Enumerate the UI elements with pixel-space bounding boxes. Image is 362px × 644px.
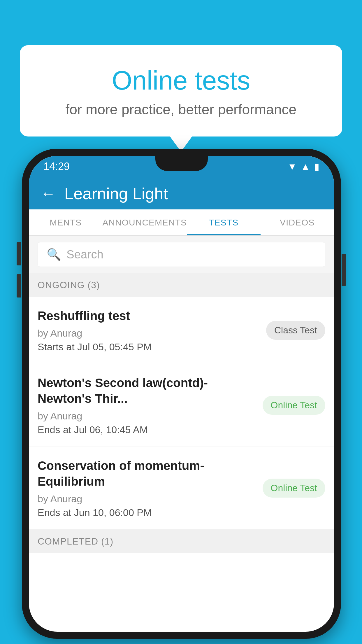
tab-tests[interactable]: TESTS	[187, 209, 260, 235]
test-list: Reshuffling test by Anurag Starts at Jul…	[29, 297, 334, 530]
promo-subtitle: for more practice, better performance	[43, 102, 319, 118]
tab-announcements[interactable]: ANNOUNCEMENTS	[102, 209, 187, 235]
test-badge-3: Online Test	[263, 479, 326, 498]
app-bar: ← Learning Light	[29, 177, 334, 209]
test-time-3: Ends at Jun 10, 06:00 PM	[38, 507, 257, 518]
test-by-2: by Anurag	[38, 410, 257, 422]
phone-screen: 14:29 ▼ ▲ ▮ ← Learning Light MENTS ANNOU…	[29, 156, 334, 632]
test-by-1: by Anurag	[38, 328, 260, 339]
promo-title: Online tests	[43, 66, 319, 96]
tab-ments[interactable]: MENTS	[29, 209, 102, 235]
test-info-1: Reshuffling test by Anurag Starts at Jul…	[38, 308, 260, 353]
back-button[interactable]: ←	[41, 185, 56, 202]
tab-videos[interactable]: VIDEOS	[261, 209, 334, 235]
test-item-2[interactable]: Newton's Second law(contd)-Newton's Thir…	[29, 364, 334, 447]
test-item-3[interactable]: Conservation of momentum-Equilibrium by …	[29, 447, 334, 530]
volume-up-button	[17, 242, 21, 265]
test-item-1[interactable]: Reshuffling test by Anurag Starts at Jul…	[29, 297, 334, 364]
completed-section-header: COMPLETED (1)	[29, 530, 334, 553]
volume-down-button	[17, 274, 21, 298]
battery-icon: ▮	[314, 161, 319, 172]
app-title: Learning Light	[64, 184, 168, 203]
test-time-1: Starts at Jul 05, 05:45 PM	[38, 341, 260, 353]
search-icon: 🔍	[47, 248, 61, 261]
test-badge-1: Class Test	[266, 321, 325, 340]
search-input-wrapper[interactable]: 🔍 Search	[38, 242, 325, 267]
search-bar-container: 🔍 Search	[29, 236, 334, 273]
status-time: 14:29	[43, 160, 70, 173]
ongoing-section-header: ONGOING (3)	[29, 273, 334, 297]
notch	[155, 156, 208, 171]
status-icons: ▼ ▲ ▮	[288, 161, 319, 172]
test-name-3: Conservation of momentum-Equilibrium	[38, 458, 257, 490]
search-placeholder: Search	[66, 248, 103, 261]
wifi-icon: ▼	[288, 161, 297, 172]
promo-card: Online tests for more practice, better p…	[20, 45, 342, 136]
phone-outer: 14:29 ▼ ▲ ▮ ← Learning Light MENTS ANNOU…	[22, 149, 341, 639]
test-badge-2: Online Test	[263, 396, 326, 415]
tab-bar: MENTS ANNOUNCEMENTS TESTS VIDEOS	[29, 209, 334, 236]
test-time-2: Ends at Jul 06, 10:45 AM	[38, 424, 257, 435]
phone-mockup: 14:29 ▼ ▲ ▮ ← Learning Light MENTS ANNOU…	[22, 149, 341, 639]
test-name-2: Newton's Second law(contd)-Newton's Thir…	[38, 375, 257, 407]
signal-icon: ▲	[301, 161, 310, 172]
test-name-1: Reshuffling test	[38, 308, 260, 324]
test-info-3: Conservation of momentum-Equilibrium by …	[38, 458, 257, 518]
power-button	[342, 254, 346, 286]
test-info-2: Newton's Second law(contd)-Newton's Thir…	[38, 375, 257, 435]
test-by-3: by Anurag	[38, 493, 257, 505]
